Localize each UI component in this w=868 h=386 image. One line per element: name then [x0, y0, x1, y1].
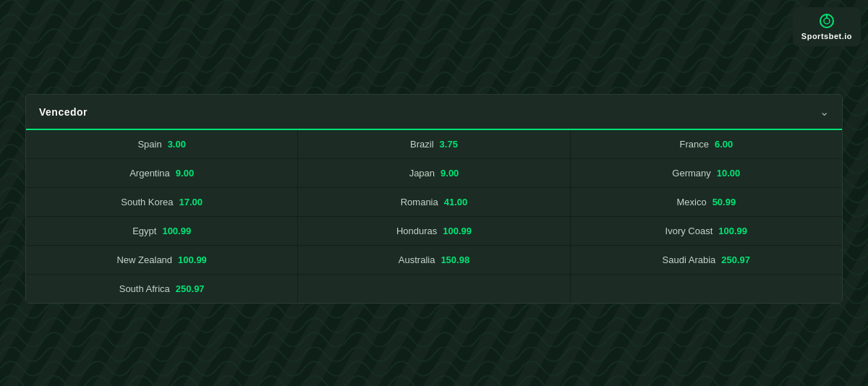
odds-value: 10.00 [717, 168, 741, 179]
logo: Sportsbet.io [793, 7, 861, 46]
logo-icon [819, 13, 835, 29]
logo-text: Sportsbet.io [801, 32, 852, 40]
odds-value: 250.97 [176, 283, 205, 294]
country-name: South Korea [121, 197, 173, 207]
odds-value: 100.99 [162, 226, 191, 236]
odds-cell[interactable]: Mexico50.99 [571, 188, 842, 216]
odds-cell-empty [571, 275, 842, 303]
country-name: New Zealand [116, 254, 172, 265]
odds-cell[interactable]: Honduras100.99 [298, 217, 569, 245]
odds-cell[interactable]: Ivory Coast100.99 [571, 217, 842, 245]
panel-header: Vencedor ⌄ [26, 95, 842, 130]
odds-cell[interactable]: New Zealand100.99 [26, 246, 297, 274]
odds-cell[interactable]: France6.00 [571, 130, 842, 158]
odds-value: 41.00 [444, 197, 468, 207]
country-name: Honduras [396, 226, 437, 236]
odds-value: 9.00 [441, 168, 459, 179]
odds-cell[interactable]: South Korea17.00 [26, 188, 297, 216]
country-name: South Africa [119, 283, 170, 294]
odds-cell[interactable]: Romania41.00 [298, 188, 569, 216]
odds-cell[interactable]: Saudi Arabia250.97 [571, 246, 842, 274]
odds-cell[interactable]: Egypt100.99 [26, 217, 297, 245]
odds-cell[interactable]: South Africa250.97 [26, 275, 297, 303]
odds-cell[interactable]: Japan9.00 [298, 159, 569, 187]
country-name: Brazil [410, 139, 434, 150]
country-name: France [679, 139, 708, 150]
odds-value: 9.00 [176, 168, 194, 179]
country-name: Mexico [676, 197, 706, 207]
odds-value: 6.00 [715, 139, 733, 150]
odds-cell[interactable]: Spain3.00 [26, 130, 297, 158]
odds-value: 3.75 [440, 139, 458, 150]
odds-cell-empty [298, 275, 569, 303]
country-name: Japan [409, 168, 435, 179]
country-name: Spain [137, 139, 161, 150]
odds-panel: Vencedor ⌄ Spain3.00Brazil3.75France6.00… [25, 94, 843, 304]
odds-value: 250.97 [721, 254, 750, 265]
country-name: Ivory Coast [665, 226, 713, 236]
odds-cell[interactable]: Germany10.00 [571, 159, 842, 187]
country-name: Argentina [129, 168, 170, 179]
panel-title: Vencedor [39, 106, 88, 118]
country-name: Saudi Arabia [663, 254, 716, 265]
country-name: Australia [399, 254, 435, 265]
svg-point-1 [824, 18, 830, 24]
odds-value: 100.99 [718, 226, 747, 236]
country-name: Egypt [132, 226, 156, 236]
odds-cell[interactable]: Australia150.98 [298, 246, 569, 274]
country-name: Germany [672, 168, 710, 179]
odds-value: 50.99 [712, 197, 736, 207]
odds-value: 100.99 [443, 226, 472, 236]
odds-value: 17.00 [179, 197, 203, 207]
odds-grid: Spain3.00Brazil3.75France6.00Argentina9.… [26, 130, 842, 303]
odds-value: 150.98 [441, 254, 469, 265]
odds-value: 3.00 [168, 139, 186, 150]
odds-value: 100.99 [178, 254, 207, 265]
odds-cell[interactable]: Argentina9.00 [26, 159, 297, 187]
odds-cell[interactable]: Brazil3.75 [298, 130, 569, 158]
country-name: Romania [401, 197, 438, 207]
chevron-down-icon[interactable]: ⌄ [820, 105, 829, 119]
